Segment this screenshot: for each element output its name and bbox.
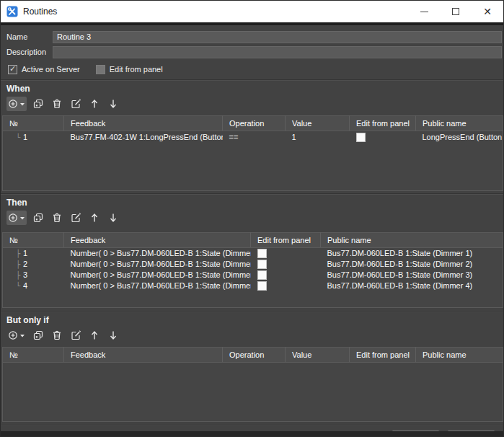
but-only-if-delete-button[interactable]: [50, 328, 64, 343]
then-table-row[interactable]: ├1 Number( 0 > Bus77.DM-060LED-B 1:State…: [3, 248, 503, 259]
tree-branch-icon: └: [16, 133, 20, 141]
then-move-down-button[interactable]: [106, 211, 120, 225]
row-edit-from-panel-checkbox[interactable]: [257, 270, 267, 280]
row-feedback: Bus77.FM-402-1W 1:LongPressEnd (Button 1…: [64, 131, 223, 143]
when-delete-button[interactable]: [50, 97, 64, 111]
col-value[interactable]: Value: [286, 116, 350, 131]
delete-icon: [51, 98, 63, 110]
edit-icon: [70, 212, 81, 224]
col-operation[interactable]: Operation: [223, 348, 286, 363]
name-input[interactable]: [53, 31, 502, 43]
then-add-button[interactable]: [6, 211, 27, 225]
row-public-name: Bus77.DM-060LED-B 1:State (Dimmer 4): [321, 281, 503, 291]
section-separator: [1, 311, 503, 312]
minimize-button[interactable]: [408, 1, 440, 22]
but-only-if-toolbar: [6, 328, 503, 343]
row-value: 1: [286, 131, 350, 143]
but-only-if-table-header: № Feedback Operation Value Edit from pan…: [3, 348, 503, 363]
row-number: 4: [23, 281, 27, 290]
row-public-name: Bus77.DM-060LED-B 1:State (Dimmer 2): [321, 259, 503, 270]
when-edit-button[interactable]: [68, 97, 83, 111]
when-add-button[interactable]: [6, 97, 27, 111]
duplicate-icon: [32, 98, 44, 110]
row-number: 3: [23, 270, 27, 279]
then-move-up-button[interactable]: [87, 211, 102, 225]
close-button[interactable]: ✕: [472, 1, 503, 22]
then-section-title: Then: [6, 198, 503, 208]
move-down-icon: [108, 330, 118, 341]
row-public-name: Bus77.DM-060LED-B 1:State (Dimmer 3): [321, 270, 503, 281]
crossed-tools-icon: [6, 6, 18, 17]
row-feedback: Number( 0 > Bus77.DM-060LED-B 1:State (D…: [64, 270, 251, 281]
col-feedback[interactable]: Feedback: [64, 116, 223, 131]
but-only-if-edit-button[interactable]: [68, 328, 83, 343]
col-number[interactable]: №: [3, 233, 64, 248]
tree-branch-icon: ├: [16, 260, 20, 268]
then-delete-button[interactable]: [50, 211, 64, 225]
col-public-name[interactable]: Public name: [321, 233, 503, 248]
then-table-row[interactable]: ├3 Number( 0 > Bus77.DM-060LED-B 1:State…: [3, 270, 503, 281]
when-table-row[interactable]: └1 Bus77.FM-402-1W 1:LongPressEnd (Butto…: [3, 131, 503, 143]
titlebar: Routines ✕: [1, 1, 503, 22]
then-table-row[interactable]: ├2 Number( 0 > Bus77.DM-060LED-B 1:State…: [3, 259, 503, 270]
then-toolbar: [6, 211, 503, 225]
row-edit-from-panel-checkbox[interactable]: [257, 260, 267, 269]
minimize-icon: [420, 12, 428, 12]
active-on-server-checkbox[interactable]: [8, 65, 17, 74]
col-public-name[interactable]: Public name: [416, 116, 503, 131]
when-move-up-button[interactable]: [87, 97, 102, 111]
then-table-row[interactable]: └4 Number( 0 > Bus77.DM-060LED-B 1:State…: [3, 281, 503, 291]
window-bottom-edge: [1, 431, 503, 436]
maximize-icon: [452, 8, 459, 15]
col-number[interactable]: №: [3, 116, 64, 131]
col-value[interactable]: Value: [286, 348, 350, 363]
description-input[interactable]: [53, 46, 502, 58]
col-public-name[interactable]: Public name: [416, 348, 503, 363]
row-public-name: Bus77.DM-060LED-B 1:State (Dimmer 1): [321, 248, 503, 259]
row-number: 1: [23, 133, 27, 141]
row-edit-from-panel-checkbox[interactable]: [257, 249, 267, 258]
col-edit-from-panel[interactable]: Edit from panel: [350, 348, 416, 363]
duplicate-icon: [32, 212, 44, 224]
then-duplicate-button[interactable]: [31, 211, 45, 225]
dropdown-arrow-icon: [19, 98, 25, 110]
add-icon: [8, 98, 19, 110]
but-only-if-move-down-button[interactable]: [106, 328, 120, 343]
window-title: Routines: [23, 6, 57, 17]
then-table-header: № Feedback Edit from panel Public name: [3, 233, 503, 248]
section-separator: [1, 193, 503, 195]
but-only-if-duplicate-button[interactable]: [31, 328, 45, 343]
when-move-down-button[interactable]: [106, 97, 120, 111]
but-only-if-move-up-button[interactable]: [87, 328, 102, 343]
then-edit-button[interactable]: [68, 211, 83, 225]
but-only-if-table: № Feedback Operation Value Edit from pan…: [2, 347, 503, 422]
col-operation[interactable]: Operation: [223, 116, 286, 131]
move-up-icon: [89, 330, 100, 341]
move-up-icon: [89, 212, 100, 224]
col-feedback[interactable]: Feedback: [64, 233, 251, 248]
row-edit-from-panel-checkbox[interactable]: [257, 281, 267, 291]
col-edit-from-panel[interactable]: Edit from panel: [251, 233, 321, 248]
maximize-button[interactable]: [440, 1, 472, 22]
col-feedback[interactable]: Feedback: [64, 348, 223, 363]
active-on-server-label: Active on Server: [22, 65, 80, 74]
row-feedback: Number( 0 > Bus77.DM-060LED-B 1:State (D…: [64, 259, 251, 270]
move-down-icon: [108, 212, 118, 224]
row-edit-from-panel-checkbox[interactable]: [356, 133, 366, 142]
col-edit-from-panel[interactable]: Edit from panel: [350, 116, 416, 131]
but-only-if-add-button[interactable]: [6, 328, 27, 343]
name-label: Name: [6, 32, 53, 41]
col-number[interactable]: №: [3, 348, 64, 363]
footer-separator: [1, 425, 503, 426]
edit-from-panel-label: Edit from panel: [110, 65, 163, 74]
tree-branch-icon: ├: [16, 250, 20, 257]
when-duplicate-button[interactable]: [31, 97, 45, 111]
delete-icon: [51, 330, 63, 341]
row-feedback: Number( 0 > Bus77.DM-060LED-B 1:State (D…: [64, 281, 251, 291]
edit-icon: [70, 330, 81, 341]
but-only-if-section-title: But only if: [6, 315, 503, 326]
edit-from-panel-checkbox[interactable]: [96, 65, 105, 74]
description-label: Description: [6, 48, 53, 56]
add-icon: [8, 330, 19, 341]
when-table-header: № Feedback Operation Value Edit from pan…: [3, 116, 503, 131]
